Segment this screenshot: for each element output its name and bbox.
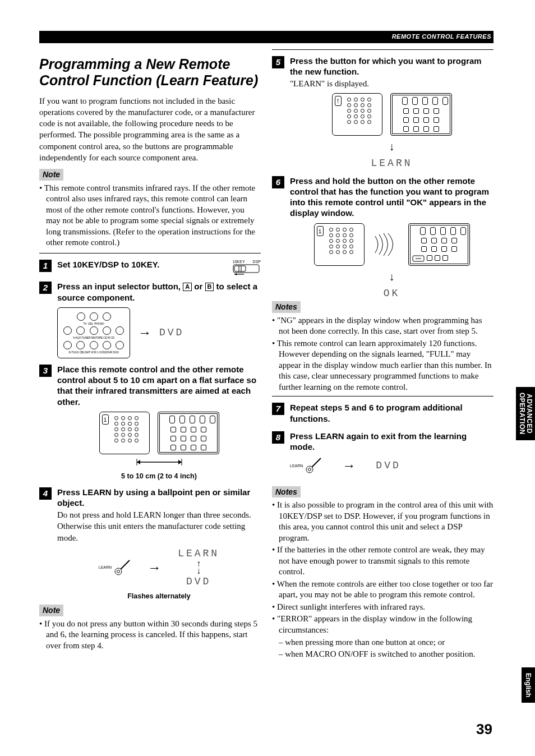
note-item: If you do not press any button within 30…: [39, 619, 261, 652]
lcd-display: DVD: [178, 575, 219, 588]
step-3: 3 Place this remote control and the othe…: [39, 364, 261, 408]
learn-button-icon: LEARN: [290, 457, 322, 474]
note-subitem: – when MACRO ON/OFF is switched to anoth…: [272, 648, 494, 660]
note-list: If you do not press any button within 30…: [39, 619, 261, 652]
notes-list: It is also possible to program in the co…: [272, 500, 494, 635]
notes-list: "NG" appears in the display window when …: [272, 315, 494, 393]
step-8-figure: LEARN DVD: [290, 457, 494, 474]
step-4: 4 Press LEARN by using a ballpoint pen o…: [39, 487, 261, 543]
remote-a-icon: !: [332, 93, 382, 136]
switch-label-right: DSP: [253, 259, 261, 264]
step-heading: Press LEARN again to exit from the learn…: [290, 431, 494, 452]
note-item: If the batteries in the other remote con…: [272, 545, 494, 578]
svg-rect-1: [234, 266, 246, 271]
step-8: 8 Press LEARN again to exit from the lea…: [272, 431, 494, 453]
arrow-down-icon: [389, 269, 395, 284]
switch-label-left: 10KEY: [233, 259, 245, 264]
note-item: It is also possible to program in the co…: [272, 500, 494, 543]
step-badge: 7: [272, 403, 284, 415]
step-body: "LEARN" is displayed.: [290, 78, 494, 89]
display-panel-icon: [408, 223, 470, 266]
header-section-label: REMOTE CONTROL FEATURES: [392, 33, 491, 41]
note-item: This remote control can learn approximat…: [272, 338, 494, 393]
side-tab-english: English: [522, 667, 535, 703]
step-heading: Place this remote control and the other …: [57, 364, 261, 407]
remote-a-icon: i: [99, 412, 150, 454]
note-list: This remote control transmits infrared r…: [39, 183, 261, 248]
left-column: Programming a New Remote Control Functio…: [39, 49, 261, 652]
step-heading: Press LEARN by using a ballpoint pen or …: [57, 487, 261, 508]
step-badge: 1: [39, 260, 52, 272]
remote-a-icon: i: [314, 223, 365, 266]
input-selector-grid: TV CBL PHONO V-AUX TUNER MD/TAPE CD-R CD…: [57, 307, 130, 358]
step-badge: 4: [39, 487, 52, 500]
step-6: 6 Press and hold the button on the other…: [272, 176, 494, 220]
intro-paragraph: If you want to program functions not inc…: [39, 95, 261, 164]
step-heading: Repeat steps 5 and 6 to program addition…: [290, 402, 494, 423]
arrow-right-icon: [147, 559, 161, 577]
notes-label: Notes: [272, 486, 301, 498]
step-5-figure: !: [290, 93, 494, 136]
svg-line-14: [312, 458, 321, 467]
right-column: 5 Press the button for which you want to…: [272, 49, 494, 660]
step-heading: Press and hold the button on the other r…: [290, 176, 494, 219]
step-body: Do not press and hold LEARN longer than …: [57, 509, 261, 543]
lcd-display: DVD: [376, 459, 400, 472]
note-item: Direct sunlight interferes with infrared…: [272, 602, 494, 613]
distance-arrow-icon: [109, 458, 210, 467]
step-badge: 3: [39, 365, 52, 377]
lcd-display: OK: [384, 287, 400, 300]
step-4-figure: LEARN LEARN ↑↓ DVD: [57, 547, 261, 588]
note-item: "ERROR" appears in the display window in…: [272, 614, 494, 635]
step-6-lcd: OK: [290, 269, 494, 300]
note-subitem: – when pressing more than one button at …: [272, 637, 494, 648]
step-badge: 5: [272, 56, 284, 68]
svg-line-9: [121, 560, 130, 569]
switch-icon: [233, 264, 260, 275]
step-5: 5 Press the button for which you want to…: [272, 56, 494, 90]
note-item: This remote control transmits infrared r…: [39, 183, 261, 248]
step-1: 1 Set 10KEY/DSP to 10KEY. 10KEY DSP: [39, 259, 261, 275]
step-5-lcd: LEARN: [290, 139, 494, 170]
note-label: Note: [39, 605, 63, 616]
note-item: When the remote controls are either too …: [272, 579, 494, 601]
step-3-figure: i: [57, 412, 261, 454]
lcd-display: LEARN: [371, 156, 412, 170]
arrow-down-icon: [389, 139, 395, 154]
display-panel-icon: [390, 93, 452, 136]
step-badge: 6: [272, 176, 284, 188]
svg-point-13: [308, 468, 311, 471]
section-title: Programming a New Remote Control Functio…: [39, 56, 261, 89]
arrow-right-icon: [138, 324, 151, 342]
display-panel-icon: [158, 412, 219, 454]
step-heading: Press the button for which you want to p…: [290, 56, 494, 77]
svg-point-8: [117, 570, 120, 573]
note-label: Note: [39, 169, 63, 181]
page-number: 39: [476, 720, 492, 739]
note-item: "NG" appears in the display window when …: [272, 315, 494, 337]
notes-label: Notes: [272, 301, 301, 313]
step-6-figure: i: [290, 223, 494, 266]
ir-waves-icon: [372, 233, 400, 256]
distance-caption: 5 to 10 cm (2 to 4 inch): [57, 472, 261, 481]
learn-button-icon: LEARN: [99, 559, 131, 576]
step-2: 2 Press an input selector button, A or B…: [39, 281, 261, 303]
step-7: 7 Repeat steps 5 and 6 to program additi…: [272, 402, 494, 425]
step-heading: Press an input selector button, A or B t…: [57, 281, 261, 302]
step-badge: 8: [272, 431, 284, 444]
step-2-figure: TV CBL PHONO V-AUX TUNER MD/TAPE CD-R CD…: [57, 307, 261, 358]
lcd-display: DVD: [159, 326, 184, 339]
step-badge: 2: [39, 282, 52, 294]
key-b: B: [205, 283, 214, 291]
key-a: A: [183, 283, 192, 291]
step-heading: Set 10KEY/DSP to 10KEY.: [57, 259, 222, 270]
arrow-right-icon: [342, 457, 356, 474]
arrow-updown-icon: ↑↓: [178, 560, 219, 575]
side-tab-advanced: ADVANCED OPERATION: [516, 387, 535, 440]
flash-caption: Flashes alternately: [57, 592, 261, 601]
